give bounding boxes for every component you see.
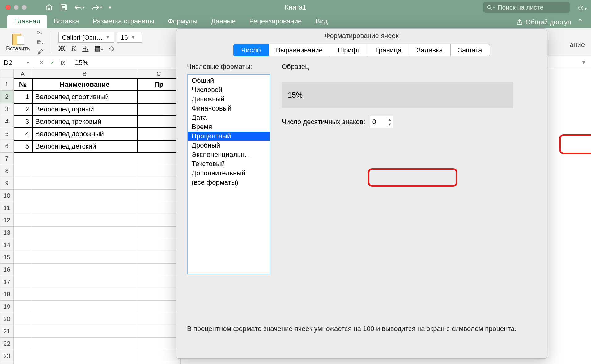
decimals-spinner[interactable]: ▲ ▼ (370, 116, 393, 128)
column-header[interactable]: B (32, 69, 137, 78)
row-header[interactable]: 22 (0, 338, 14, 350)
row-header[interactable]: 23 (0, 350, 14, 362)
row-header[interactable]: 16 (0, 264, 14, 276)
spin-up-icon[interactable]: ▲ (387, 117, 393, 122)
row-header[interactable]: 8 (0, 165, 14, 177)
zoom-window-button[interactable] (22, 5, 27, 10)
dialog-tab-font[interactable]: Шрифт (330, 44, 368, 56)
category-item[interactable]: Общий (188, 76, 270, 85)
cell[interactable] (14, 214, 32, 227)
cell[interactable] (14, 362, 32, 364)
cell[interactable]: 3 (14, 115, 32, 128)
font-name-combo[interactable]: Calibri (Осн…▼ (58, 32, 114, 43)
undo-icon[interactable]: ▾ (74, 4, 85, 11)
cell[interactable] (32, 214, 137, 227)
category-item[interactable]: Денежный (188, 94, 270, 104)
underline-button[interactable]: Ч▾ (82, 44, 89, 52)
row-header[interactable]: 10 (0, 190, 14, 202)
save-icon[interactable] (60, 4, 67, 11)
category-item[interactable]: Дополнительный (188, 169, 270, 178)
cell[interactable] (14, 313, 32, 325)
name-box[interactable]: D2▼ (0, 57, 34, 68)
cell[interactable] (32, 190, 137, 202)
bold-button[interactable]: Ж (58, 44, 65, 52)
category-item[interactable]: Экспоненциальн… (188, 150, 270, 159)
category-item[interactable]: Текстовый (188, 159, 270, 169)
spin-down-icon[interactable]: ▼ (387, 122, 393, 127)
cell[interactable] (137, 325, 181, 338)
row-header[interactable]: 15 (0, 251, 14, 264)
cell[interactable] (137, 264, 181, 276)
cell[interactable] (14, 239, 32, 251)
cell[interactable] (32, 276, 137, 288)
expand-formula-bar-icon[interactable]: ▼ (581, 60, 591, 65)
paste-icon[interactable] (11, 32, 24, 45)
cut-icon[interactable]: ✂ (37, 29, 43, 36)
cell[interactable]: Велосипед горный (32, 103, 137, 115)
redo-icon[interactable]: ▾ (91, 4, 102, 11)
cell[interactable] (137, 362, 181, 364)
cell[interactable] (14, 325, 32, 338)
cell[interactable] (14, 350, 32, 362)
cell[interactable] (137, 227, 181, 239)
cell[interactable] (137, 214, 181, 227)
category-item[interactable]: (все форматы) (188, 178, 270, 187)
cell[interactable] (14, 190, 32, 202)
row-header[interactable]: 1 (0, 78, 14, 91)
category-item[interactable]: Числовой (188, 85, 270, 94)
row-header[interactable]: 12 (0, 214, 14, 227)
collapse-ribbon-icon[interactable]: ⌃ (577, 17, 584, 27)
row-header[interactable]: 17 (0, 276, 14, 288)
cell[interactable] (32, 264, 137, 276)
cell[interactable] (14, 276, 32, 288)
row-header[interactable]: 11 (0, 202, 14, 214)
search-input[interactable]: ▾ Поиск на листе (483, 2, 570, 13)
tab-data[interactable]: Данные (204, 15, 242, 28)
italic-button[interactable]: К (71, 44, 76, 52)
cell[interactable] (14, 177, 32, 190)
cell[interactable] (32, 165, 137, 177)
row-header[interactable]: 4 (0, 115, 14, 128)
cell[interactable]: Велосипед трековый (32, 115, 137, 128)
cell[interactable] (32, 325, 137, 338)
cell[interactable] (32, 313, 137, 325)
cell[interactable] (14, 301, 32, 313)
row-header[interactable]: 21 (0, 325, 14, 338)
cell[interactable] (137, 301, 181, 313)
cell[interactable] (14, 264, 32, 276)
fx-icon[interactable]: fx (61, 59, 65, 66)
cell[interactable] (137, 338, 181, 350)
dialog-tab-fill[interactable]: Заливка (409, 44, 451, 56)
cell[interactable] (32, 338, 137, 350)
row-header[interactable]: 3 (0, 103, 14, 115)
category-item[interactable]: Время (188, 122, 270, 132)
cell[interactable] (14, 338, 32, 350)
dialog-tab-number[interactable]: Число (233, 44, 268, 56)
row-header[interactable]: 20 (0, 313, 14, 325)
cell[interactable]: 5 (14, 140, 32, 153)
row-header[interactable]: 7 (0, 153, 14, 165)
tab-page-layout[interactable]: Разметка страницы (86, 15, 161, 28)
header-cell[interactable]: № (14, 78, 32, 91)
cell[interactable]: Велосипед спортивный (32, 91, 137, 103)
row-header[interactable]: 6 (0, 140, 14, 153)
category-item[interactable]: Процентный (188, 132, 270, 141)
tab-insert[interactable]: Вставка (47, 15, 86, 28)
cell[interactable] (137, 91, 181, 103)
row-header[interactable]: 2 (0, 91, 14, 103)
column-header[interactable]: C (137, 69, 181, 78)
cell[interactable] (32, 288, 137, 301)
cell[interactable] (32, 153, 137, 165)
cell[interactable] (32, 350, 137, 362)
copy-icon[interactable]: ⧉▾ (37, 39, 43, 46)
cell[interactable] (137, 140, 181, 153)
row-header[interactable]: 13 (0, 227, 14, 239)
cell[interactable] (32, 227, 137, 239)
category-item[interactable]: Дата (188, 113, 270, 122)
cell[interactable] (137, 239, 181, 251)
column-header[interactable]: A (14, 69, 32, 78)
cell[interactable] (14, 153, 32, 165)
formula-input[interactable]: 15% (70, 59, 88, 67)
cell[interactable] (137, 128, 181, 140)
font-size-combo[interactable]: 16▼ (117, 32, 142, 43)
